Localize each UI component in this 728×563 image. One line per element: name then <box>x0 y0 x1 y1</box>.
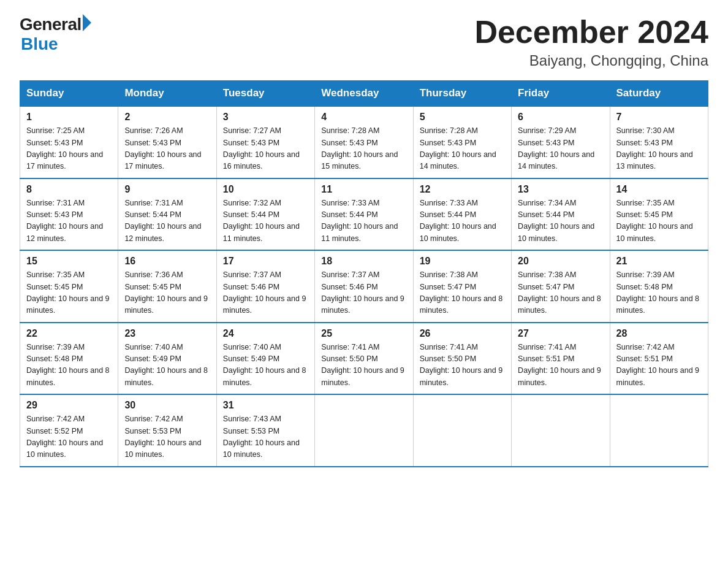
day-info: Sunrise: 7:40 AMSunset: 5:49 PMDaylight:… <box>223 342 308 389</box>
day-info: Sunrise: 7:30 AMSunset: 5:43 PMDaylight:… <box>616 125 702 173</box>
calendar-day-cell: 9Sunrise: 7:31 AMSunset: 5:44 PMDaylight… <box>118 178 216 251</box>
day-info: Sunrise: 7:37 AMSunset: 5:46 PMDaylight:… <box>321 269 406 317</box>
day-number: 7 <box>616 112 702 123</box>
day-info: Sunrise: 7:25 AMSunset: 5:43 PMDaylight:… <box>26 125 112 173</box>
day-number: 4 <box>321 112 406 123</box>
day-info: Sunrise: 7:26 AMSunset: 5:43 PMDaylight:… <box>124 125 210 173</box>
day-number: 3 <box>223 112 308 123</box>
month-title: December 2024 <box>474 15 708 50</box>
calendar-week-row: 1Sunrise: 7:25 AMSunset: 5:43 PMDaylight… <box>20 106 708 178</box>
calendar-header-thursday: Thursday <box>413 81 511 107</box>
day-info: Sunrise: 7:43 AMSunset: 5:53 PMDaylight:… <box>223 413 308 461</box>
day-info: Sunrise: 7:41 AMSunset: 5:50 PMDaylight:… <box>321 342 406 389</box>
day-info: Sunrise: 7:38 AMSunset: 5:47 PMDaylight:… <box>420 269 505 317</box>
day-info: Sunrise: 7:35 AMSunset: 5:45 PMDaylight:… <box>616 197 702 245</box>
day-info: Sunrise: 7:33 AMSunset: 5:44 PMDaylight:… <box>321 197 406 245</box>
calendar-day-cell: 13Sunrise: 7:34 AMSunset: 5:44 PMDayligh… <box>512 178 610 251</box>
calendar-header-saturday: Saturday <box>610 81 708 107</box>
calendar-table: SundayMondayTuesdayWednesdayThursdayFrid… <box>20 80 708 467</box>
day-number: 8 <box>26 184 112 195</box>
day-info: Sunrise: 7:32 AMSunset: 5:44 PMDaylight:… <box>223 197 308 245</box>
logo-general-text: General <box>20 15 82 34</box>
calendar-day-cell: 5Sunrise: 7:28 AMSunset: 5:43 PMDaylight… <box>413 106 511 178</box>
day-number: 23 <box>124 328 210 339</box>
day-number: 12 <box>420 184 505 195</box>
day-number: 6 <box>518 112 603 123</box>
calendar-day-cell: 25Sunrise: 7:41 AMSunset: 5:50 PMDayligh… <box>315 323 413 395</box>
calendar-day-cell: 24Sunrise: 7:40 AMSunset: 5:49 PMDayligh… <box>216 323 314 395</box>
calendar-day-cell: 12Sunrise: 7:33 AMSunset: 5:44 PMDayligh… <box>413 178 511 251</box>
day-number: 14 <box>616 184 702 195</box>
day-info: Sunrise: 7:39 AMSunset: 5:48 PMDaylight:… <box>616 269 702 317</box>
day-number: 26 <box>420 328 505 339</box>
calendar-day-cell: 10Sunrise: 7:32 AMSunset: 5:44 PMDayligh… <box>216 178 314 251</box>
day-info: Sunrise: 7:42 AMSunset: 5:51 PMDaylight:… <box>616 342 702 389</box>
day-info: Sunrise: 7:34 AMSunset: 5:44 PMDaylight:… <box>518 197 603 245</box>
calendar-week-row: 22Sunrise: 7:39 AMSunset: 5:48 PMDayligh… <box>20 323 708 395</box>
calendar-day-cell <box>610 394 708 467</box>
day-number: 15 <box>26 256 112 267</box>
calendar-day-cell: 8Sunrise: 7:31 AMSunset: 5:43 PMDaylight… <box>20 178 118 251</box>
day-number: 17 <box>223 256 308 267</box>
day-info: Sunrise: 7:35 AMSunset: 5:45 PMDaylight:… <box>26 269 112 317</box>
logo: General Blue <box>20 15 91 54</box>
calendar-day-cell: 14Sunrise: 7:35 AMSunset: 5:45 PMDayligh… <box>610 178 708 251</box>
day-info: Sunrise: 7:31 AMSunset: 5:44 PMDaylight:… <box>124 197 210 245</box>
day-number: 9 <box>124 184 210 195</box>
day-info: Sunrise: 7:41 AMSunset: 5:50 PMDaylight:… <box>420 342 505 389</box>
day-info: Sunrise: 7:28 AMSunset: 5:43 PMDaylight:… <box>321 125 406 173</box>
day-number: 27 <box>518 328 603 339</box>
day-info: Sunrise: 7:39 AMSunset: 5:48 PMDaylight:… <box>26 342 112 389</box>
day-info: Sunrise: 7:42 AMSunset: 5:53 PMDaylight:… <box>124 413 210 461</box>
day-number: 11 <box>321 184 406 195</box>
day-number: 18 <box>321 256 406 267</box>
calendar-day-cell <box>315 394 413 467</box>
day-number: 20 <box>518 256 603 267</box>
calendar-day-cell: 18Sunrise: 7:37 AMSunset: 5:46 PMDayligh… <box>315 250 413 323</box>
day-number: 29 <box>26 400 112 411</box>
day-number: 19 <box>420 256 505 267</box>
logo-blue-text: Blue <box>21 34 58 54</box>
calendar-day-cell: 3Sunrise: 7:27 AMSunset: 5:43 PMDaylight… <box>216 106 314 178</box>
calendar-day-cell: 17Sunrise: 7:37 AMSunset: 5:46 PMDayligh… <box>216 250 314 323</box>
calendar-day-cell: 31Sunrise: 7:43 AMSunset: 5:53 PMDayligh… <box>216 394 314 467</box>
calendar-day-cell: 1Sunrise: 7:25 AMSunset: 5:43 PMDaylight… <box>20 106 118 178</box>
calendar-day-cell: 22Sunrise: 7:39 AMSunset: 5:48 PMDayligh… <box>20 323 118 395</box>
calendar-day-cell: 21Sunrise: 7:39 AMSunset: 5:48 PMDayligh… <box>610 250 708 323</box>
calendar-day-cell: 30Sunrise: 7:42 AMSunset: 5:53 PMDayligh… <box>118 394 216 467</box>
location-title: Baiyang, Chongqing, China <box>474 52 708 69</box>
day-number: 5 <box>420 112 505 123</box>
page-header: General Blue December 2024 Baiyang, Chon… <box>20 15 708 69</box>
calendar-day-cell: 26Sunrise: 7:41 AMSunset: 5:50 PMDayligh… <box>413 323 511 395</box>
calendar-day-cell: 28Sunrise: 7:42 AMSunset: 5:51 PMDayligh… <box>610 323 708 395</box>
day-info: Sunrise: 7:27 AMSunset: 5:43 PMDaylight:… <box>223 125 308 173</box>
calendar-header-row: SundayMondayTuesdayWednesdayThursdayFrid… <box>20 81 708 107</box>
day-number: 25 <box>321 328 406 339</box>
calendar-day-cell <box>512 394 610 467</box>
calendar-day-cell: 7Sunrise: 7:30 AMSunset: 5:43 PMDaylight… <box>610 106 708 178</box>
calendar-day-cell: 29Sunrise: 7:42 AMSunset: 5:52 PMDayligh… <box>20 394 118 467</box>
calendar-header-sunday: Sunday <box>20 81 118 107</box>
day-number: 30 <box>124 400 210 411</box>
day-number: 31 <box>223 400 308 411</box>
calendar-day-cell: 2Sunrise: 7:26 AMSunset: 5:43 PMDaylight… <box>118 106 216 178</box>
day-info: Sunrise: 7:40 AMSunset: 5:49 PMDaylight:… <box>124 342 210 389</box>
logo-triangle-icon <box>83 14 91 31</box>
day-number: 21 <box>616 256 702 267</box>
day-number: 13 <box>518 184 603 195</box>
day-number: 28 <box>616 328 702 339</box>
day-number: 2 <box>124 112 210 123</box>
calendar-week-row: 8Sunrise: 7:31 AMSunset: 5:43 PMDaylight… <box>20 178 708 251</box>
day-info: Sunrise: 7:29 AMSunset: 5:43 PMDaylight:… <box>518 125 603 173</box>
day-info: Sunrise: 7:38 AMSunset: 5:47 PMDaylight:… <box>518 269 603 317</box>
calendar-day-cell: 27Sunrise: 7:41 AMSunset: 5:51 PMDayligh… <box>512 323 610 395</box>
title-block: December 2024 Baiyang, Chongqing, China <box>474 15 708 69</box>
calendar-header-wednesday: Wednesday <box>315 81 413 107</box>
calendar-day-cell <box>413 394 511 467</box>
day-number: 16 <box>124 256 210 267</box>
calendar-day-cell: 23Sunrise: 7:40 AMSunset: 5:49 PMDayligh… <box>118 323 216 395</box>
day-number: 1 <box>26 112 112 123</box>
day-info: Sunrise: 7:42 AMSunset: 5:52 PMDaylight:… <box>26 413 112 461</box>
calendar-week-row: 29Sunrise: 7:42 AMSunset: 5:52 PMDayligh… <box>20 394 708 467</box>
day-number: 10 <box>223 184 308 195</box>
